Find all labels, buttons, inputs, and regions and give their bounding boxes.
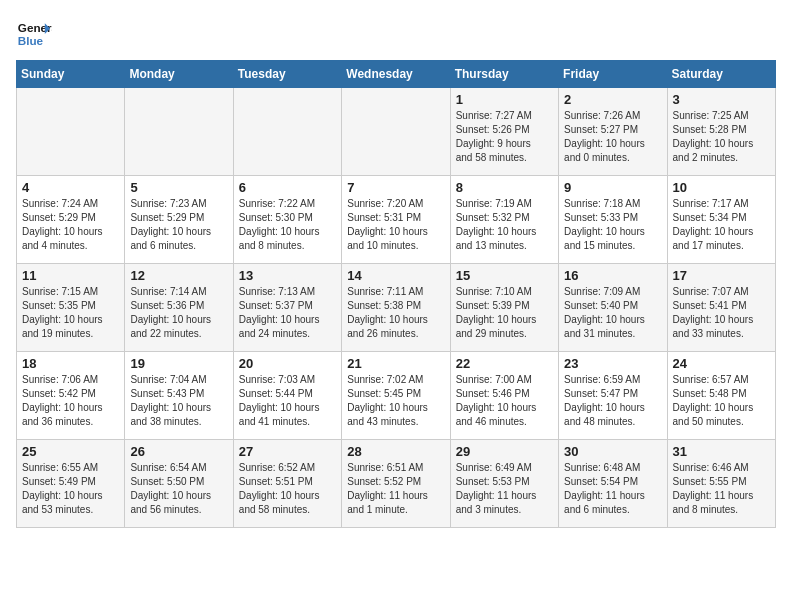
day-number: 29 — [456, 444, 553, 459]
day-info: Sunrise: 6:54 AM Sunset: 5:50 PM Dayligh… — [130, 461, 227, 517]
calendar-day-8: 8Sunrise: 7:19 AM Sunset: 5:32 PM Daylig… — [450, 176, 558, 264]
day-number: 9 — [564, 180, 661, 195]
calendar-week-5: 25Sunrise: 6:55 AM Sunset: 5:49 PM Dayli… — [17, 440, 776, 528]
empty-cell — [342, 88, 450, 176]
day-info: Sunrise: 7:17 AM Sunset: 5:34 PM Dayligh… — [673, 197, 770, 253]
calendar-day-2: 2Sunrise: 7:26 AM Sunset: 5:27 PM Daylig… — [559, 88, 667, 176]
day-number: 25 — [22, 444, 119, 459]
calendar-day-1: 1Sunrise: 7:27 AM Sunset: 5:26 PM Daylig… — [450, 88, 558, 176]
calendar-day-9: 9Sunrise: 7:18 AM Sunset: 5:33 PM Daylig… — [559, 176, 667, 264]
day-info: Sunrise: 7:26 AM Sunset: 5:27 PM Dayligh… — [564, 109, 661, 165]
day-info: Sunrise: 6:48 AM Sunset: 5:54 PM Dayligh… — [564, 461, 661, 517]
day-number: 11 — [22, 268, 119, 283]
calendar-day-15: 15Sunrise: 7:10 AM Sunset: 5:39 PM Dayli… — [450, 264, 558, 352]
calendar-day-16: 16Sunrise: 7:09 AM Sunset: 5:40 PM Dayli… — [559, 264, 667, 352]
day-number: 27 — [239, 444, 336, 459]
calendar-day-3: 3Sunrise: 7:25 AM Sunset: 5:28 PM Daylig… — [667, 88, 775, 176]
weekday-header-tuesday: Tuesday — [233, 61, 341, 88]
calendar-day-26: 26Sunrise: 6:54 AM Sunset: 5:50 PM Dayli… — [125, 440, 233, 528]
svg-text:Blue: Blue — [18, 34, 44, 47]
calendar-day-12: 12Sunrise: 7:14 AM Sunset: 5:36 PM Dayli… — [125, 264, 233, 352]
calendar-body: 1Sunrise: 7:27 AM Sunset: 5:26 PM Daylig… — [17, 88, 776, 528]
calendar-day-14: 14Sunrise: 7:11 AM Sunset: 5:38 PM Dayli… — [342, 264, 450, 352]
day-info: Sunrise: 7:23 AM Sunset: 5:29 PM Dayligh… — [130, 197, 227, 253]
day-info: Sunrise: 7:25 AM Sunset: 5:28 PM Dayligh… — [673, 109, 770, 165]
day-number: 12 — [130, 268, 227, 283]
calendar-week-4: 18Sunrise: 7:06 AM Sunset: 5:42 PM Dayli… — [17, 352, 776, 440]
day-info: Sunrise: 7:04 AM Sunset: 5:43 PM Dayligh… — [130, 373, 227, 429]
day-number: 30 — [564, 444, 661, 459]
calendar-day-31: 31Sunrise: 6:46 AM Sunset: 5:55 PM Dayli… — [667, 440, 775, 528]
calendar-day-5: 5Sunrise: 7:23 AM Sunset: 5:29 PM Daylig… — [125, 176, 233, 264]
calendar-day-13: 13Sunrise: 7:13 AM Sunset: 5:37 PM Dayli… — [233, 264, 341, 352]
day-number: 4 — [22, 180, 119, 195]
day-number: 17 — [673, 268, 770, 283]
day-info: Sunrise: 7:07 AM Sunset: 5:41 PM Dayligh… — [673, 285, 770, 341]
day-info: Sunrise: 6:57 AM Sunset: 5:48 PM Dayligh… — [673, 373, 770, 429]
day-info: Sunrise: 6:55 AM Sunset: 5:49 PM Dayligh… — [22, 461, 119, 517]
calendar-day-21: 21Sunrise: 7:02 AM Sunset: 5:45 PM Dayli… — [342, 352, 450, 440]
day-info: Sunrise: 7:10 AM Sunset: 5:39 PM Dayligh… — [456, 285, 553, 341]
day-number: 26 — [130, 444, 227, 459]
weekday-header-sunday: Sunday — [17, 61, 125, 88]
weekday-header-friday: Friday — [559, 61, 667, 88]
day-info: Sunrise: 7:13 AM Sunset: 5:37 PM Dayligh… — [239, 285, 336, 341]
empty-cell — [125, 88, 233, 176]
day-number: 6 — [239, 180, 336, 195]
day-info: Sunrise: 7:02 AM Sunset: 5:45 PM Dayligh… — [347, 373, 444, 429]
day-info: Sunrise: 7:22 AM Sunset: 5:30 PM Dayligh… — [239, 197, 336, 253]
weekday-header-wednesday: Wednesday — [342, 61, 450, 88]
header: General Blue — [16, 16, 776, 52]
day-number: 14 — [347, 268, 444, 283]
calendar-day-20: 20Sunrise: 7:03 AM Sunset: 5:44 PM Dayli… — [233, 352, 341, 440]
calendar-day-25: 25Sunrise: 6:55 AM Sunset: 5:49 PM Dayli… — [17, 440, 125, 528]
calendar-day-19: 19Sunrise: 7:04 AM Sunset: 5:43 PM Dayli… — [125, 352, 233, 440]
day-info: Sunrise: 7:11 AM Sunset: 5:38 PM Dayligh… — [347, 285, 444, 341]
day-info: Sunrise: 6:46 AM Sunset: 5:55 PM Dayligh… — [673, 461, 770, 517]
day-info: Sunrise: 7:00 AM Sunset: 5:46 PM Dayligh… — [456, 373, 553, 429]
day-number: 5 — [130, 180, 227, 195]
empty-cell — [233, 88, 341, 176]
calendar-day-22: 22Sunrise: 7:00 AM Sunset: 5:46 PM Dayli… — [450, 352, 558, 440]
day-number: 13 — [239, 268, 336, 283]
day-number: 7 — [347, 180, 444, 195]
calendar-table: SundayMondayTuesdayWednesdayThursdayFrid… — [16, 60, 776, 528]
calendar-week-2: 4Sunrise: 7:24 AM Sunset: 5:29 PM Daylig… — [17, 176, 776, 264]
day-info: Sunrise: 6:51 AM Sunset: 5:52 PM Dayligh… — [347, 461, 444, 517]
logo: General Blue — [16, 16, 52, 52]
calendar-day-27: 27Sunrise: 6:52 AM Sunset: 5:51 PM Dayli… — [233, 440, 341, 528]
day-info: Sunrise: 7:06 AM Sunset: 5:42 PM Dayligh… — [22, 373, 119, 429]
day-number: 8 — [456, 180, 553, 195]
calendar-header: SundayMondayTuesdayWednesdayThursdayFrid… — [17, 61, 776, 88]
calendar-day-28: 28Sunrise: 6:51 AM Sunset: 5:52 PM Dayli… — [342, 440, 450, 528]
day-number: 18 — [22, 356, 119, 371]
day-number: 3 — [673, 92, 770, 107]
day-number: 20 — [239, 356, 336, 371]
day-info: Sunrise: 6:52 AM Sunset: 5:51 PM Dayligh… — [239, 461, 336, 517]
logo-icon: General Blue — [16, 16, 52, 52]
weekday-header-thursday: Thursday — [450, 61, 558, 88]
calendar-day-11: 11Sunrise: 7:15 AM Sunset: 5:35 PM Dayli… — [17, 264, 125, 352]
day-info: Sunrise: 7:15 AM Sunset: 5:35 PM Dayligh… — [22, 285, 119, 341]
day-number: 19 — [130, 356, 227, 371]
calendar-day-29: 29Sunrise: 6:49 AM Sunset: 5:53 PM Dayli… — [450, 440, 558, 528]
day-number: 2 — [564, 92, 661, 107]
calendar-day-30: 30Sunrise: 6:48 AM Sunset: 5:54 PM Dayli… — [559, 440, 667, 528]
calendar-day-10: 10Sunrise: 7:17 AM Sunset: 5:34 PM Dayli… — [667, 176, 775, 264]
day-info: Sunrise: 7:09 AM Sunset: 5:40 PM Dayligh… — [564, 285, 661, 341]
empty-cell — [17, 88, 125, 176]
day-info: Sunrise: 7:14 AM Sunset: 5:36 PM Dayligh… — [130, 285, 227, 341]
calendar-day-23: 23Sunrise: 6:59 AM Sunset: 5:47 PM Dayli… — [559, 352, 667, 440]
day-info: Sunrise: 7:27 AM Sunset: 5:26 PM Dayligh… — [456, 109, 553, 165]
calendar-day-18: 18Sunrise: 7:06 AM Sunset: 5:42 PM Dayli… — [17, 352, 125, 440]
day-number: 10 — [673, 180, 770, 195]
calendar-day-17: 17Sunrise: 7:07 AM Sunset: 5:41 PM Dayli… — [667, 264, 775, 352]
day-info: Sunrise: 7:03 AM Sunset: 5:44 PM Dayligh… — [239, 373, 336, 429]
day-number: 23 — [564, 356, 661, 371]
day-info: Sunrise: 7:24 AM Sunset: 5:29 PM Dayligh… — [22, 197, 119, 253]
calendar-week-1: 1Sunrise: 7:27 AM Sunset: 5:26 PM Daylig… — [17, 88, 776, 176]
day-info: Sunrise: 7:19 AM Sunset: 5:32 PM Dayligh… — [456, 197, 553, 253]
day-info: Sunrise: 6:59 AM Sunset: 5:47 PM Dayligh… — [564, 373, 661, 429]
day-number: 21 — [347, 356, 444, 371]
calendar-day-7: 7Sunrise: 7:20 AM Sunset: 5:31 PM Daylig… — [342, 176, 450, 264]
